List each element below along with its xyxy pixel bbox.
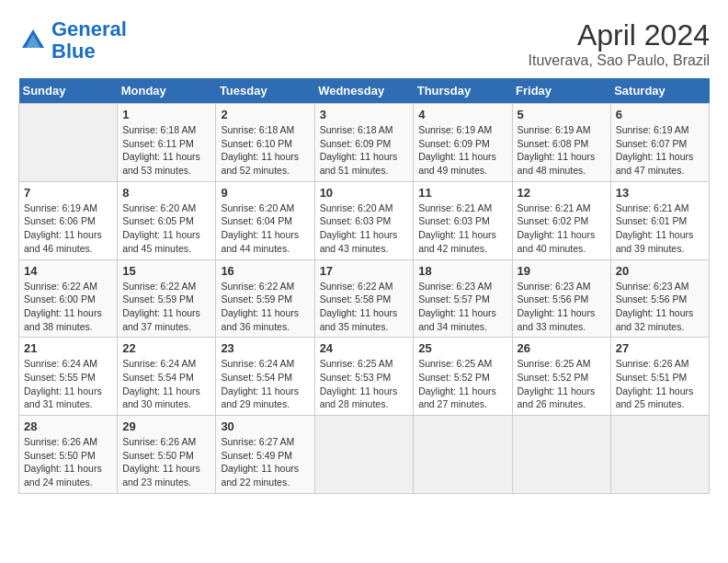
calendar-cell: 17Sunrise: 6:22 AM Sunset: 5:58 PM Dayli… xyxy=(314,259,414,338)
header-friday: Friday xyxy=(512,78,610,104)
day-info: Sunrise: 6:18 AM Sunset: 6:10 PM Dayligh… xyxy=(221,123,309,178)
calendar-table: SundayMondayTuesdayWednesdayThursdayFrid… xyxy=(18,78,710,494)
day-info: Sunrise: 6:21 AM Sunset: 6:02 PM Dayligh… xyxy=(518,201,606,256)
calendar-cell: 6Sunrise: 6:19 AM Sunset: 6:07 PM Daylig… xyxy=(610,104,709,182)
day-info: Sunrise: 6:26 AM Sunset: 5:50 PM Dayligh… xyxy=(122,435,210,489)
location: Ituverava, Sao Paulo, Brazil xyxy=(529,52,710,69)
calendar-cell xyxy=(314,416,414,494)
day-number: 27 xyxy=(616,341,704,355)
day-info: Sunrise: 6:24 AM Sunset: 5:54 PM Dayligh… xyxy=(122,357,210,411)
day-number: 2 xyxy=(221,108,309,121)
calendar-cell: 5Sunrise: 6:19 AM Sunset: 6:08 PM Daylig… xyxy=(512,104,610,182)
day-info: Sunrise: 6:24 AM Sunset: 5:55 PM Dayligh… xyxy=(24,357,112,411)
day-info: Sunrise: 6:23 AM Sunset: 5:56 PM Dayligh… xyxy=(518,280,606,334)
day-number: 8 xyxy=(122,186,210,200)
calendar-cell: 13Sunrise: 6:21 AM Sunset: 6:01 PM Dayli… xyxy=(610,181,709,259)
calendar-cell: 30Sunrise: 6:27 AM Sunset: 5:49 PM Dayli… xyxy=(216,416,314,494)
day-number: 15 xyxy=(122,264,210,278)
day-number: 14 xyxy=(24,264,112,278)
calendar-cell: 28Sunrise: 6:26 AM Sunset: 5:50 PM Dayli… xyxy=(19,416,118,494)
calendar-cell: 1Sunrise: 6:18 AM Sunset: 6:11 PM Daylig… xyxy=(118,104,216,182)
week-row-0: 1Sunrise: 6:18 AM Sunset: 6:11 PM Daylig… xyxy=(19,104,710,182)
day-number: 10 xyxy=(320,186,409,200)
day-info: Sunrise: 6:18 AM Sunset: 6:09 PM Dayligh… xyxy=(320,123,409,178)
day-number: 7 xyxy=(24,186,112,200)
day-info: Sunrise: 6:21 AM Sunset: 6:01 PM Dayligh… xyxy=(616,201,704,256)
month-title: April 2024 xyxy=(529,18,710,52)
day-number: 17 xyxy=(320,264,409,278)
calendar-cell xyxy=(414,416,512,494)
calendar-cell: 26Sunrise: 6:25 AM Sunset: 5:52 PM Dayli… xyxy=(512,338,610,416)
day-number: 19 xyxy=(518,264,606,278)
title-block: April 2024 Ituverava, Sao Paulo, Brazil xyxy=(529,18,710,69)
day-number: 30 xyxy=(221,419,309,433)
calendar-cell: 4Sunrise: 6:19 AM Sunset: 6:09 PM Daylig… xyxy=(414,104,512,182)
day-info: Sunrise: 6:26 AM Sunset: 5:50 PM Dayligh… xyxy=(24,435,112,489)
calendar-cell: 7Sunrise: 6:19 AM Sunset: 6:06 PM Daylig… xyxy=(19,181,118,259)
day-info: Sunrise: 6:25 AM Sunset: 5:52 PM Dayligh… xyxy=(418,357,506,411)
calendar-cell: 11Sunrise: 6:21 AM Sunset: 6:03 PM Dayli… xyxy=(414,181,512,259)
day-info: Sunrise: 6:22 AM Sunset: 5:59 PM Dayligh… xyxy=(122,280,210,334)
calendar-cell: 10Sunrise: 6:20 AM Sunset: 6:03 PM Dayli… xyxy=(314,181,414,259)
header-monday: Monday xyxy=(118,78,216,104)
day-info: Sunrise: 6:20 AM Sunset: 6:05 PM Dayligh… xyxy=(122,201,210,256)
calendar-cell: 2Sunrise: 6:18 AM Sunset: 6:10 PM Daylig… xyxy=(216,104,314,182)
calendar-cell: 25Sunrise: 6:25 AM Sunset: 5:52 PM Dayli… xyxy=(414,338,512,416)
day-number: 3 xyxy=(320,108,409,121)
day-number: 20 xyxy=(616,264,704,278)
day-number: 26 xyxy=(518,341,606,355)
day-number: 13 xyxy=(616,186,704,200)
day-info: Sunrise: 6:18 AM Sunset: 6:11 PM Dayligh… xyxy=(122,123,210,178)
calendar-cell: 21Sunrise: 6:24 AM Sunset: 5:55 PM Dayli… xyxy=(19,338,118,416)
day-info: Sunrise: 6:19 AM Sunset: 6:06 PM Dayligh… xyxy=(24,201,112,256)
day-info: Sunrise: 6:22 AM Sunset: 5:58 PM Dayligh… xyxy=(320,280,409,334)
header-tuesday: Tuesday xyxy=(216,78,314,104)
logo-line1: General xyxy=(51,17,127,40)
day-number: 21 xyxy=(24,341,112,355)
day-info: Sunrise: 6:22 AM Sunset: 6:00 PM Dayligh… xyxy=(24,280,112,334)
day-info: Sunrise: 6:27 AM Sunset: 5:49 PM Dayligh… xyxy=(221,435,309,489)
calendar-header-row: SundayMondayTuesdayWednesdayThursdayFrid… xyxy=(19,78,710,104)
calendar-cell: 19Sunrise: 6:23 AM Sunset: 5:56 PM Dayli… xyxy=(512,259,610,338)
day-number: 25 xyxy=(418,341,506,355)
calendar-cell: 8Sunrise: 6:20 AM Sunset: 6:05 PM Daylig… xyxy=(118,181,216,259)
calendar-cell xyxy=(610,416,709,494)
day-info: Sunrise: 6:21 AM Sunset: 6:03 PM Dayligh… xyxy=(418,201,506,256)
logo-icon xyxy=(18,26,48,55)
calendar-cell: 29Sunrise: 6:26 AM Sunset: 5:50 PM Dayli… xyxy=(118,416,216,494)
calendar-cell: 27Sunrise: 6:26 AM Sunset: 5:51 PM Dayli… xyxy=(610,338,709,416)
day-number: 18 xyxy=(418,264,506,278)
day-info: Sunrise: 6:19 AM Sunset: 6:09 PM Dayligh… xyxy=(418,123,506,178)
calendar-cell: 16Sunrise: 6:22 AM Sunset: 5:59 PM Dayli… xyxy=(216,259,314,338)
day-number: 24 xyxy=(320,341,409,355)
week-row-3: 21Sunrise: 6:24 AM Sunset: 5:55 PM Dayli… xyxy=(19,338,710,416)
day-number: 6 xyxy=(616,108,704,121)
day-number: 4 xyxy=(418,108,506,121)
day-number: 28 xyxy=(24,419,112,433)
header-saturday: Saturday xyxy=(610,78,709,104)
day-info: Sunrise: 6:20 AM Sunset: 6:04 PM Dayligh… xyxy=(221,201,309,256)
header-sunday: Sunday xyxy=(19,78,118,104)
logo-line2: Blue xyxy=(51,40,96,63)
day-number: 16 xyxy=(221,264,309,278)
calendar-cell: 24Sunrise: 6:25 AM Sunset: 5:53 PM Dayli… xyxy=(314,338,414,416)
day-number: 29 xyxy=(122,419,210,433)
day-number: 22 xyxy=(122,341,210,355)
calendar-cell: 3Sunrise: 6:18 AM Sunset: 6:09 PM Daylig… xyxy=(314,104,414,182)
day-number: 11 xyxy=(418,186,506,200)
day-number: 1 xyxy=(122,108,210,121)
calendar-cell: 18Sunrise: 6:23 AM Sunset: 5:57 PM Dayli… xyxy=(414,259,512,338)
calendar-cell xyxy=(19,104,118,182)
day-info: Sunrise: 6:26 AM Sunset: 5:51 PM Dayligh… xyxy=(616,357,704,411)
day-info: Sunrise: 6:24 AM Sunset: 5:54 PM Dayligh… xyxy=(221,357,309,411)
calendar-cell: 20Sunrise: 6:23 AM Sunset: 5:56 PM Dayli… xyxy=(610,259,709,338)
header-wednesday: Wednesday xyxy=(314,78,414,104)
day-number: 23 xyxy=(221,341,309,355)
calendar-cell: 23Sunrise: 6:24 AM Sunset: 5:54 PM Dayli… xyxy=(216,338,314,416)
day-info: Sunrise: 6:20 AM Sunset: 6:03 PM Dayligh… xyxy=(320,201,409,256)
day-info: Sunrise: 6:19 AM Sunset: 6:07 PM Dayligh… xyxy=(616,123,704,178)
logo-text: General Blue xyxy=(51,18,127,63)
day-number: 5 xyxy=(518,108,606,121)
day-info: Sunrise: 6:23 AM Sunset: 5:56 PM Dayligh… xyxy=(616,280,704,334)
week-row-4: 28Sunrise: 6:26 AM Sunset: 5:50 PM Dayli… xyxy=(19,416,710,494)
